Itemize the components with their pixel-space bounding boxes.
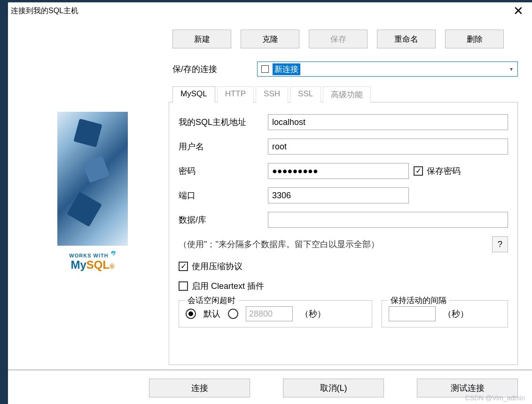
chevron-down-icon: ▾: [510, 66, 513, 72]
session-timeout-group: 会话空闲超时 默认 （秒）: [179, 300, 372, 327]
checkbox-checked-icon: ✓: [414, 166, 423, 176]
rename-button[interactable]: 重命名: [377, 30, 436, 48]
checkbox-checked-icon: ✓: [179, 262, 188, 271]
dialog-footer: 连接 取消(L) 测试连接: [8, 370, 532, 404]
puzzle-graphic: [57, 112, 128, 246]
saved-connections-label: 保/存的连接: [172, 63, 252, 75]
keepalive-group: 保持活动的间隔 （秒）: [382, 300, 508, 327]
database-input[interactable]: [268, 212, 508, 228]
username-input[interactable]: [268, 139, 508, 155]
mysql-logo-block: WORKS WITH 🐬 MySQL®: [57, 246, 128, 279]
help-button[interactable]: ?: [492, 236, 508, 252]
host-input[interactable]: [268, 114, 508, 130]
session-timeout-legend: 会话空闲超时: [185, 295, 238, 306]
keepalive-unit: （秒）: [443, 308, 469, 319]
tab-ssl[interactable]: SSL: [290, 86, 321, 102]
tab-panel-mysql: 我的SQL主机地址 用户名 密码 ✓ 保存密码 端口: [169, 102, 518, 365]
connect-button[interactable]: 连接: [149, 379, 250, 397]
cleartext-checkbox[interactable]: 启用 Cleartext 插件: [179, 280, 508, 292]
keepalive-legend: 保持活动的间隔: [388, 295, 449, 306]
save-password-checkbox[interactable]: ✓ 保存密码: [414, 165, 461, 177]
test-connection-button[interactable]: 测试连接: [417, 379, 518, 397]
database-label: 数据/库: [179, 214, 263, 225]
timeout-unit: （秒）: [300, 308, 326, 319]
password-label: 密码: [179, 165, 263, 177]
close-icon[interactable]: ✕: [509, 4, 527, 18]
tab-ssh[interactable]: SSH: [256, 86, 288, 102]
tab-mysql[interactable]: MySQL: [172, 86, 215, 102]
timeout-custom-radio[interactable]: [228, 309, 238, 319]
dolphin-icon: 🐬: [110, 251, 116, 256]
timeout-default-radio[interactable]: [186, 309, 196, 319]
save-button[interactable]: 保存: [309, 30, 368, 48]
password-input[interactable]: [268, 163, 409, 179]
sidebar-image: WORKS WITH 🐬 MySQL®: [22, 30, 163, 365]
timeout-custom-input[interactable]: [246, 306, 293, 321]
dropdown-check-icon: [261, 65, 269, 73]
saved-connections-dropdown[interactable]: 新连接 ▾: [257, 62, 518, 77]
compress-checkbox[interactable]: ✓ 使用压缩协议: [179, 261, 508, 272]
dialog-window: 连接到我的SQL主机 ✕ WORKS WITH 🐬 MySQL® 新建: [8, 2, 532, 404]
port-input[interactable]: [268, 187, 409, 203]
dialog-title: 连接到我的SQL主机: [11, 6, 78, 16]
database-hint: （使用"；"来分隔多个数据库。留下空白以显示全部）: [179, 239, 487, 250]
timeout-default-label: 默认: [203, 308, 220, 319]
checkbox-unchecked-icon: [179, 281, 188, 291]
tab-advanced[interactable]: 高级功能: [323, 86, 371, 102]
cancel-button[interactable]: 取消(L): [283, 379, 384, 397]
titlebar: 连接到我的SQL主机 ✕: [8, 2, 532, 20]
new-button[interactable]: 新建: [172, 30, 231, 48]
username-label: 用户名: [179, 141, 263, 152]
dropdown-selected-text: 新连接: [273, 63, 300, 75]
port-label: 端口: [179, 190, 263, 201]
keepalive-input[interactable]: [389, 306, 436, 321]
tab-http[interactable]: HTTP: [217, 86, 254, 102]
mysql-logo-text: MySQL®: [70, 258, 114, 272]
host-label: 我的SQL主机地址: [179, 117, 263, 128]
works-with-label: WORKS WITH: [69, 253, 108, 258]
clone-button[interactable]: 克隆: [241, 30, 299, 48]
delete-button[interactable]: 删除: [445, 30, 504, 48]
